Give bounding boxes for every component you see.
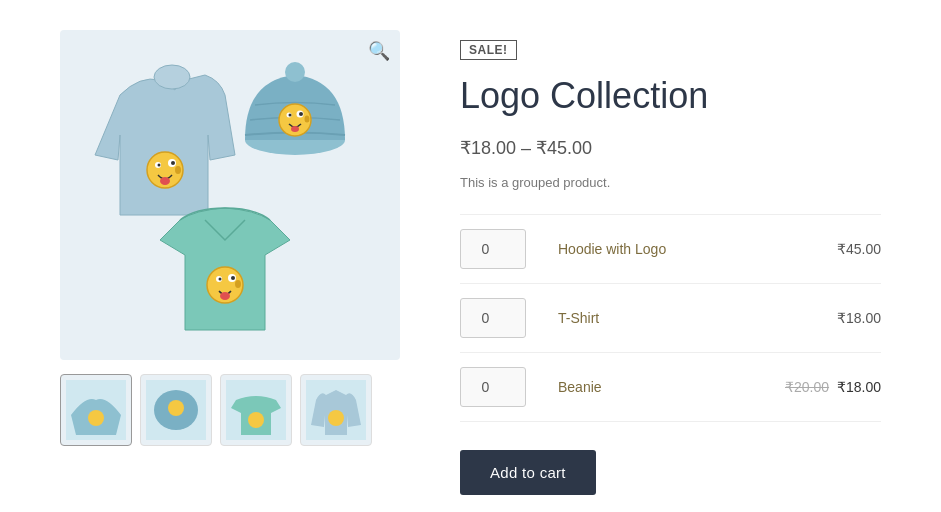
variants-table: Hoodie with Logo ₹45.00 T-Shirt ₹18.00: [460, 214, 881, 422]
grouped-note: This is a grouped product.: [460, 175, 881, 190]
svg-point-23: [220, 292, 230, 300]
svg-point-15: [305, 116, 310, 123]
variant-price-tshirt: ₹18.00: [743, 284, 881, 353]
price-range: ₹18.00 – ₹45.00: [460, 137, 881, 159]
svg-point-0: [154, 65, 190, 89]
variant-name-hoodie[interactable]: Hoodie with Logo: [558, 241, 666, 257]
beanie-original-price: ₹20.00: [785, 379, 829, 395]
variant-price-beanie: ₹20.00 ₹18.00: [743, 353, 881, 422]
svg-point-4: [158, 164, 161, 167]
svg-point-9: [285, 62, 305, 82]
variant-price-hoodie: ₹45.00: [743, 215, 881, 284]
clothing-svg: [80, 45, 380, 345]
svg-point-14: [299, 112, 303, 116]
svg-point-5: [171, 161, 175, 165]
thumbnail-1[interactable]: [60, 374, 132, 446]
svg-point-16: [291, 126, 299, 132]
svg-point-32: [328, 410, 344, 426]
thumbnail-3[interactable]: [220, 374, 292, 446]
sale-badge: SALE!: [460, 40, 517, 60]
svg-point-7: [160, 177, 170, 185]
svg-point-13: [289, 114, 292, 117]
zoom-icon[interactable]: 🔍: [368, 40, 390, 62]
svg-point-22: [235, 280, 241, 288]
variant-name-tshirt[interactable]: T-Shirt: [558, 310, 599, 326]
svg-point-20: [219, 278, 222, 281]
thumbnail-row: [60, 374, 400, 446]
product-title: Logo Collection: [460, 74, 881, 117]
variant-row-tshirt: T-Shirt ₹18.00: [460, 284, 881, 353]
thumbnail-4[interactable]: [300, 374, 372, 446]
svg-point-30: [248, 412, 264, 428]
variant-row-hoodie: Hoodie with Logo ₹45.00: [460, 215, 881, 284]
svg-point-25: [88, 410, 104, 426]
qty-input-tshirt[interactable]: [460, 298, 526, 338]
product-info: SALE! Logo Collection ₹18.00 – ₹45.00 Th…: [460, 30, 881, 495]
svg-point-6: [175, 166, 181, 174]
product-images: 🔍: [60, 30, 400, 446]
variant-row-beanie: Beanie ₹20.00 ₹18.00: [460, 353, 881, 422]
qty-input-beanie[interactable]: [460, 367, 526, 407]
svg-point-28: [168, 400, 184, 416]
svg-point-21: [231, 276, 235, 280]
add-to-cart-button[interactable]: Add to cart: [460, 450, 596, 495]
variant-name-beanie[interactable]: Beanie: [558, 379, 602, 395]
main-image: 🔍: [60, 30, 400, 360]
qty-input-hoodie[interactable]: [460, 229, 526, 269]
thumbnail-2[interactable]: [140, 374, 212, 446]
product-page: 🔍: [0, 0, 941, 512]
beanie-sale-price: ₹18.00: [837, 379, 881, 395]
